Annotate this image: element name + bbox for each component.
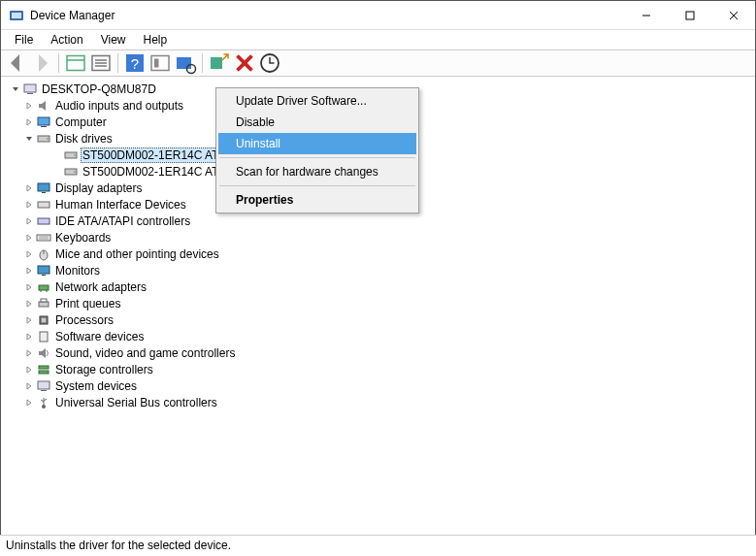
tree-node-system[interactable]: System devices: [22, 377, 747, 394]
menu-file[interactable]: File: [7, 32, 41, 48]
chevron-down-icon[interactable]: [22, 132, 36, 146]
print-icon: [36, 296, 51, 311]
ide-icon: [36, 213, 51, 229]
svg-rect-42: [42, 275, 46, 276]
statusbar: Uninstalls the driver for the selected d…: [0, 535, 756, 556]
chevron-right-icon[interactable]: [22, 313, 36, 327]
svg-point-31: [74, 171, 76, 173]
network-icon: [36, 279, 51, 295]
window-title: Device Manager: [30, 9, 624, 22]
chevron-right-icon[interactable]: [22, 396, 36, 409]
toolbar: ?: [1, 49, 755, 77]
node-label: Network adapters: [53, 280, 148, 294]
toolbar-sep: [58, 53, 59, 73]
chevron-right-icon[interactable]: [22, 264, 36, 278]
chevron-right-icon[interactable]: [22, 346, 36, 360]
system-icon: [36, 378, 51, 394]
ctx-scan[interactable]: Scan for hardware changes: [218, 161, 416, 182]
scan-button[interactable]: [174, 51, 197, 75]
svg-rect-50: [40, 332, 48, 342]
computer-icon: [36, 114, 51, 130]
minimize-button[interactable]: [624, 1, 668, 30]
svg-rect-16: [177, 57, 191, 69]
tree-node-sound[interactable]: Sound, video and game controllers: [22, 344, 747, 361]
forward-button[interactable]: [30, 51, 53, 75]
toolbar-sep: [117, 53, 118, 73]
computer-icon: [22, 82, 38, 97]
tree-node-print[interactable]: Print queues: [22, 295, 747, 311]
display-icon: [36, 180, 51, 196]
svg-text:?: ?: [131, 55, 139, 72]
show-button[interactable]: [64, 51, 87, 75]
update-button[interactable]: [258, 51, 281, 75]
tree-node-processors[interactable]: Processors: [22, 311, 747, 328]
chevron-right-icon[interactable]: [22, 363, 36, 376]
tree-node-ide[interactable]: IDE ATA/ATAPI controllers: [22, 213, 747, 229]
svg-rect-6: [67, 56, 84, 71]
tree-node-network[interactable]: Network adapters: [22, 278, 747, 295]
svg-rect-22: [24, 84, 36, 92]
ctx-sep: [219, 157, 415, 158]
chevron-right-icon[interactable]: [22, 297, 36, 311]
node-label: Monitors: [53, 264, 102, 278]
node-label: Human Interface Devices: [53, 198, 188, 212]
ctx-properties[interactable]: Properties: [218, 189, 416, 211]
menu-view[interactable]: View: [93, 32, 134, 48]
chevron-right-icon[interactable]: [22, 115, 36, 129]
svg-rect-23: [27, 93, 33, 94]
chevron-right-icon[interactable]: [22, 99, 36, 113]
svg-rect-51: [39, 366, 49, 369]
ctx-uninstall[interactable]: Uninstall: [218, 133, 416, 154]
chevron-down-icon[interactable]: [9, 82, 22, 96]
chevron-right-icon[interactable]: [22, 379, 36, 393]
svg-rect-34: [38, 202, 49, 208]
node-label: Processors: [53, 313, 115, 327]
tree-node-usb[interactable]: Universal Serial Bus controllers: [22, 394, 747, 410]
sound-icon: [36, 345, 51, 361]
node-label: Print queues: [53, 297, 122, 311]
properties-button[interactable]: [89, 51, 113, 75]
svg-point-29: [74, 154, 76, 156]
delete-button[interactable]: [233, 51, 256, 75]
maximize-button[interactable]: [668, 1, 711, 30]
cpu-icon: [36, 312, 51, 328]
svg-point-27: [47, 138, 49, 140]
chevron-right-icon[interactable]: [22, 330, 36, 343]
help-button[interactable]: ?: [123, 51, 147, 75]
node-label: Software devices: [53, 330, 146, 343]
node-label: IDE ATA/ATAPI controllers: [53, 214, 192, 228]
ctx-disable[interactable]: Disable: [218, 112, 416, 133]
monitor-icon: [36, 263, 51, 278]
back-button[interactable]: [5, 51, 28, 75]
node-label: Audio inputs and outputs: [53, 99, 185, 113]
tree-node-monitors[interactable]: Monitors: [22, 262, 747, 278]
menubar: File Action View Help: [1, 30, 755, 49]
svg-rect-35: [38, 218, 49, 224]
svg-rect-18: [211, 57, 222, 69]
menu-help[interactable]: Help: [136, 32, 176, 48]
chevron-right-icon[interactable]: [22, 247, 36, 261]
usb-icon: [36, 395, 51, 410]
tree-node-storage[interactable]: Storage controllers: [22, 361, 747, 377]
tree-node-keyboards[interactable]: Keyboards: [22, 229, 747, 245]
ctx-update-driver[interactable]: Update Driver Software...: [218, 90, 416, 112]
svg-rect-15: [154, 59, 159, 68]
chevron-right-icon[interactable]: [22, 198, 36, 212]
ctx-sep: [219, 185, 415, 186]
svg-rect-33: [42, 192, 46, 193]
status-text: Uninstalls the driver for the selected d…: [6, 539, 231, 552]
chevron-right-icon[interactable]: [22, 231, 36, 245]
svg-rect-52: [39, 371, 49, 374]
node-label: Sound, video and game controllers: [53, 346, 237, 360]
close-button[interactable]: [711, 1, 755, 30]
menu-action[interactable]: Action: [43, 32, 90, 48]
chevron-right-icon[interactable]: [22, 181, 36, 195]
tree-node-software[interactable]: Software devices: [22, 328, 747, 344]
storage-icon: [36, 362, 51, 377]
disk-icon: [36, 131, 51, 147]
tree-node-mice[interactable]: Mice and other pointing devices: [22, 245, 747, 262]
options-button[interactable]: [148, 51, 172, 75]
chevron-right-icon[interactable]: [22, 214, 36, 228]
chevron-right-icon[interactable]: [22, 280, 36, 294]
add-legacy-button[interactable]: [208, 51, 231, 75]
